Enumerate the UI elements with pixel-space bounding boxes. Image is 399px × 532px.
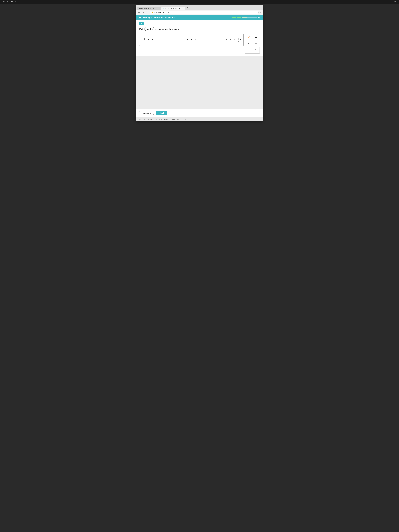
help-tool[interactable]: ? — [252, 47, 260, 53]
dot-tool[interactable] — [252, 34, 260, 41]
footer: © 2022 McGraw Hill LLC. All Rights Reser… — [136, 117, 263, 121]
url-text: www-awu.aleks.com — [154, 12, 169, 13]
dropdown-toggle[interactable]: ✓ — [139, 22, 144, 25]
tick-2: 2 — [207, 38, 207, 40]
tick-0-2 — [152, 38, 152, 40]
below-label: below. — [173, 27, 179, 31]
tab-bar: Bb Announcements – J-MAT × A ALEKS - Ant… — [136, 5, 263, 10]
tick-2-1 — [211, 38, 211, 40]
progress-bar — [232, 17, 257, 18]
label-3: 3 — [238, 41, 239, 43]
dot-icon — [255, 36, 257, 38]
tool-panel: 🧹 × ↺ ? — [245, 34, 260, 54]
mixed-num-1: 2 1 8 — [144, 27, 146, 31]
tick-1-1 — [180, 38, 180, 40]
tick-2-3 — [219, 38, 219, 40]
undo-tool[interactable]: ↺ — [252, 41, 260, 47]
header-left: Plotting fractions on a number line — [139, 16, 175, 19]
fraction-2: 1 4 — [153, 27, 154, 31]
tick-3: 3 — [238, 38, 238, 40]
new-tab-button[interactable]: + — [185, 6, 189, 10]
tick-0-7 — [172, 38, 172, 40]
question-area: ✓ Plot 2 1 8 and 1 1 4 — [136, 20, 263, 56]
eraser-icon: 🧹 — [247, 36, 250, 39]
separator: | — [181, 119, 182, 120]
terms-link[interactable]: Terms of Use — [171, 119, 179, 120]
question-text: Plot 2 1 8 and 1 1 4 on the — [139, 27, 260, 31]
explanation-button[interactable]: Explanation — [139, 111, 154, 115]
browser-window: Bb Announcements – J-MAT × A ALEKS - Ant… — [136, 5, 263, 121]
x-icon: × — [248, 43, 249, 45]
tab-announcements-label: Announcements – J-MAT — [141, 7, 158, 9]
reload-button[interactable]: ↻ — [146, 11, 149, 14]
progress-seg-5 — [252, 17, 257, 18]
tick-2-5 — [227, 38, 227, 40]
address-bar[interactable]: 🔒 www-awu.aleks.com — [150, 11, 259, 14]
label-1: 1 — [175, 41, 176, 43]
tick-2-7 — [234, 38, 234, 40]
tick-0-4 — [160, 38, 160, 40]
tick-1-5 — [195, 38, 196, 40]
nl-right-arrow — [240, 38, 241, 40]
lock-icon: 🔒 — [152, 12, 154, 13]
number-line-box[interactable]: ← 0 — [139, 34, 244, 46]
status-time: 11:34 AM Mon Apr 11 — [2, 1, 19, 3]
status-dots: ••• — [394, 1, 397, 3]
tick-1-6 — [199, 38, 199, 40]
tab-aleks-label: ALEKS - Antionette Thom — [165, 7, 181, 9]
on-the-label: on the — [155, 27, 161, 31]
progress-seg-3 — [242, 17, 247, 18]
hamburger-menu[interactable] — [139, 17, 141, 18]
progress-seg-2 — [237, 17, 241, 18]
tick-0-5 — [164, 38, 164, 40]
denominator-2: 4 — [153, 29, 154, 31]
number-line-link[interactable]: number line — [162, 27, 173, 31]
tab-aleks[interactable]: A ALEKS - Antionette Thom × — [162, 6, 185, 10]
back-button[interactable]: ← — [138, 11, 141, 14]
conjunction: and — [147, 27, 151, 31]
tick-0-1 — [148, 38, 149, 40]
tick-1-2 — [184, 38, 184, 40]
tick-0-6 — [168, 38, 168, 40]
tick-2-4 — [223, 38, 223, 40]
progress-seg-1 — [232, 17, 236, 18]
eraser-tool[interactable]: 🧹 — [245, 34, 252, 41]
whole-2: 1 — [152, 27, 153, 31]
copyright-text: © 2022 McGraw Hill LLC. All Rights Reser… — [139, 119, 169, 120]
tick-2-2 — [215, 38, 215, 40]
forward-button[interactable]: → — [142, 11, 145, 14]
check-button[interactable]: Check — [156, 111, 167, 115]
progress-container: 3/5 — [232, 17, 260, 19]
progress-count: 3/5 — [258, 17, 260, 19]
aleks-icon: A — [163, 7, 164, 9]
denominator-1: 8 — [145, 29, 146, 31]
nav-bar: ← → ↻ 🔒 www-awu.aleks.com 🎙 — [136, 10, 263, 15]
help-icon: ? — [255, 49, 256, 51]
tick-2-6 — [230, 38, 231, 40]
bottom-bar: Explanation Check — [136, 109, 263, 117]
close-tool[interactable]: × — [245, 41, 252, 47]
status-bar: 11:34 AM Mon Apr 11 ••• — [0, 0, 399, 4]
tick-1: 1 — [176, 38, 176, 40]
nl-left-arrow: ← — [142, 38, 144, 40]
tick-1-7 — [203, 38, 203, 40]
tab-announcements-close[interactable]: × — [159, 7, 160, 9]
page-content: Plotting fractions on a number line 3/5 … — [136, 15, 263, 121]
main-content-area — [136, 56, 263, 109]
tick-1-3 — [188, 38, 188, 40]
numerator-1: 1 — [145, 27, 146, 29]
number-line-wrapper: ← 0 — [139, 34, 260, 54]
bb-icon: Bb — [139, 7, 140, 9]
tick-0-3 — [156, 38, 157, 40]
label-2: 2 — [207, 41, 207, 43]
whole-1: 2 — [144, 27, 145, 31]
privacy-link[interactable]: Priv — [184, 119, 186, 120]
undo-icon: ↺ — [255, 43, 257, 45]
tab-announcements[interactable]: Bb Announcements – J-MAT × — [137, 6, 161, 10]
page-title: Plotting fractions on a number line — [142, 16, 175, 19]
fraction-1: 1 8 — [145, 27, 146, 31]
tab-aleks-close[interactable]: × — [183, 7, 184, 9]
mic-icon: 🎙 — [260, 11, 261, 13]
progress-seg-4 — [247, 17, 252, 18]
tick-0: 0 — [145, 38, 145, 40]
